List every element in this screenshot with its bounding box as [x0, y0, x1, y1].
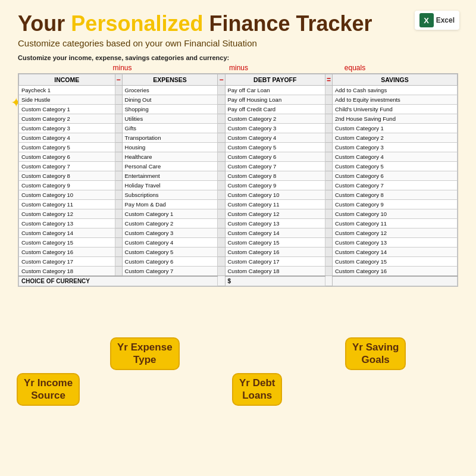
cell-income: Custom Category 16 — [19, 247, 115, 256]
excel-label: Excel — [436, 16, 455, 24]
cell-expense: Gifts — [122, 123, 218, 133]
cell-sep3 — [325, 266, 332, 276]
cell-savings: Custom Category 11 — [333, 218, 458, 228]
cell-expense: Personal Care — [122, 161, 218, 171]
cell-savings: Custom Category 14 — [333, 247, 458, 256]
cell-sep1 — [115, 161, 122, 171]
table-row: Custom Category 17 Custom Category 6 Cus… — [19, 256, 458, 266]
cell-expense: Utilities — [122, 114, 218, 123]
cell-income: Custom Category 15 — [19, 237, 115, 247]
currency-sep2 — [325, 276, 332, 286]
cell-sep3 — [325, 104, 332, 114]
cell-income: Custom Category 13 — [19, 218, 115, 228]
currency-row: CHOICE OF CURRENCY $ — [19, 276, 458, 286]
cell-sep2 — [218, 199, 225, 209]
cell-debt: Custom Category 11 — [225, 199, 325, 209]
col-header-income: INCOME — [19, 74, 115, 85]
cell-savings: Custom Category 16 — [333, 266, 458, 276]
cell-debt: Custom Category 14 — [225, 228, 325, 237]
cell-sep2 — [218, 180, 225, 190]
cell-expense: Custom Category 5 — [122, 247, 218, 256]
cell-sep3 — [325, 199, 332, 209]
cell-sep2 — [218, 266, 225, 276]
cell-debt: Pay off Housing Loan — [225, 95, 325, 104]
cell-sep2 — [218, 247, 225, 256]
cell-savings: Custom Category 5 — [333, 161, 458, 171]
cell-debt: Custom Category 7 — [225, 161, 325, 171]
sep1: − — [115, 74, 122, 85]
cell-debt: Pay off Credit Card — [225, 104, 325, 114]
cell-debt: Custom Category 15 — [225, 237, 325, 247]
cell-sep3 — [325, 161, 332, 171]
cell-savings: 2nd House Saving Fund — [333, 114, 458, 123]
cell-expense: Custom Category 6 — [122, 256, 218, 266]
cell-sep3 — [325, 171, 332, 180]
table-row: Custom Category 18 Custom Category 7 Cus… — [19, 266, 458, 276]
cell-savings: Custom Category 4 — [333, 152, 458, 161]
cell-sep3 — [325, 209, 332, 218]
title-highlight: Personalized — [71, 11, 203, 36]
cell-savings: Custom Category 1 — [333, 123, 458, 133]
table-row: Custom Category 12 Custom Category 1 Cus… — [19, 209, 458, 218]
cell-sep2 — [218, 228, 225, 237]
cell-sep2 — [218, 218, 225, 228]
cell-sep1 — [115, 133, 122, 142]
cell-income: Custom Category 3 — [19, 123, 115, 133]
bubble-income-source: Yr IncomeSource — [17, 373, 80, 406]
title-part2: Finance Tracker — [203, 11, 372, 36]
cell-income: Custom Category 6 — [19, 152, 115, 161]
cell-income: Custom Category 4 — [19, 133, 115, 142]
cell-sep3 — [325, 142, 332, 152]
cell-sep3 — [325, 85, 332, 95]
cell-sep3 — [325, 95, 332, 104]
cell-sep1 — [115, 114, 122, 123]
table-row: Custom Category 1 Shopping Pay off Credi… — [19, 104, 458, 114]
flow-equals: equals — [342, 64, 368, 72]
cell-income: Custom Category 17 — [19, 256, 115, 266]
cell-debt: Custom Category 2 — [225, 114, 325, 123]
table-row: Custom Category 14 Custom Category 3 Cus… — [19, 228, 458, 237]
cell-savings: Custom Category 9 — [333, 199, 458, 209]
cell-sep3 — [325, 237, 332, 247]
table-row: Custom Category 9 Holiday Travel Custom … — [19, 180, 458, 190]
table-row: Custom Category 4 Transportation Custom … — [19, 133, 458, 142]
bubble-expense-type: Yr ExpenseType — [110, 337, 180, 370]
cell-sep2 — [218, 152, 225, 161]
cell-sep3 — [325, 180, 332, 190]
table-row: Custom Category 7 Personal Care Custom C… — [19, 161, 458, 171]
cell-debt: Custom Category 17 — [225, 256, 325, 266]
col-header-savings: SAVINGS — [333, 74, 458, 85]
cell-expense: Custom Category 2 — [122, 218, 218, 228]
cell-sep1 — [115, 247, 122, 256]
cell-debt: Custom Category 13 — [225, 218, 325, 228]
cell-sep1 — [115, 228, 122, 237]
cell-debt: Pay off Car Loan — [225, 85, 325, 95]
table-row: Custom Category 8 Entertainment Custom C… — [19, 171, 458, 180]
cell-income: Custom Category 5 — [19, 142, 115, 152]
cell-income: Custom Category 10 — [19, 190, 115, 199]
cell-expense: Custom Category 7 — [122, 266, 218, 276]
instruction: Customize your income, expense, savings … — [18, 54, 458, 61]
cell-savings: Custom Category 7 — [333, 180, 458, 190]
cell-income: Paycheck 1 — [19, 85, 115, 95]
cell-sep1 — [115, 142, 122, 152]
cell-savings: Custom Category 10 — [333, 209, 458, 218]
sep3: = — [325, 74, 332, 85]
cell-sep1 — [115, 171, 122, 180]
cell-debt: Custom Category 5 — [225, 142, 325, 152]
page-wrapper: X Excel ✦ Your Personalized Finance Trac… — [0, 0, 476, 476]
table-row: Custom Category 6 Healthcare Custom Cate… — [19, 152, 458, 161]
cell-debt: Custom Category 12 — [225, 209, 325, 218]
cell-savings: Custom Category 3 — [333, 142, 458, 152]
cell-sep3 — [325, 114, 332, 123]
cell-income: Custom Category 9 — [19, 180, 115, 190]
currency-label: CHOICE OF CURRENCY — [19, 276, 218, 286]
flow-row: minus minus equals — [18, 64, 458, 72]
cell-sep2 — [218, 237, 225, 247]
cell-sep1 — [115, 95, 122, 104]
cell-sep2 — [218, 133, 225, 142]
cell-expense: Healthcare — [122, 152, 218, 161]
excel-badge: X Excel — [415, 11, 459, 30]
cell-sep2 — [218, 95, 225, 104]
cell-expense: Dining Out — [122, 95, 218, 104]
